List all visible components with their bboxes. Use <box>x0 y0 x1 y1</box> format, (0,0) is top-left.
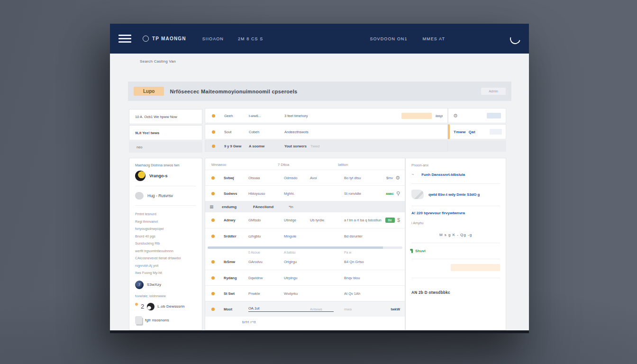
row-name: Rydang <box>224 276 248 280</box>
panel-link-row[interactable]: qwtd Ebv-t wdy Dmte S3dO g <box>411 184 500 206</box>
toolbar-link-2[interactable]: Qat <box>469 130 475 134</box>
leaf-icon <box>411 249 413 253</box>
profile-secondary-label: Hug - Rusvrsv <box>147 193 173 198</box>
col-header[interactable]: 7 Dttoa <box>278 163 338 167</box>
right-panel: Pnoon-anx ~ Funh Dansssnrt-tdbslula qwtd… <box>405 158 506 330</box>
member-label: fgfr nsosnons <box>145 318 169 322</box>
highlight-pill[interactable] <box>451 264 500 271</box>
status-dot-icon <box>211 260 215 264</box>
toolbar-button-2[interactable] <box>490 129 502 135</box>
row-cell-faint: mwa <box>344 307 383 311</box>
table-section-header[interactable]: ▦ endumg FAnecliond *tn <box>205 201 405 212</box>
queue-strip: Geeh t-ww6... 3 feet timehory tasp Sout … <box>205 108 448 153</box>
banner-tag[interactable]: Lupo <box>134 87 164 96</box>
sidebar-link[interactable]: Sunstucking Rtb <box>135 240 196 247</box>
table-row[interactable]: Srddter czhgbtu Mingule Bd dsrunter <box>205 228 405 244</box>
status-dot-icon <box>211 218 215 222</box>
queue-cell: Yout sorwers <box>284 144 310 148</box>
panel-link[interactable]: Funh Dansssnrt-tdbslula <box>421 173 465 177</box>
queue-cell: 3 feet timehory <box>284 114 310 118</box>
sidebar-link[interactable]: Bnord 40 pgs <box>135 233 196 240</box>
banner-action-button[interactable]: Admin <box>481 88 506 95</box>
row-badge: aaac <box>386 191 394 196</box>
logo-circle-icon <box>143 36 149 42</box>
sidebar-card-3[interactable]: neo <box>129 141 202 153</box>
queue-cell: t-ww6... <box>249 114 284 118</box>
profile-user2-row[interactable]: 7 S3wXzy <box>135 281 196 289</box>
row-value: $mv <box>386 176 393 180</box>
sidebar-link[interactable]: Regi thnnvanvt <box>135 218 196 226</box>
table-row[interactable]: IbSmw GArodvu Ortglrgu B4 Qn Grtso <box>205 254 405 270</box>
queue-row-selected[interactable]: 9 y 9 Gww A soomw Yout sorwers Twwd <box>205 140 448 152</box>
highlight-pill[interactable] <box>401 113 432 119</box>
sidebar-link[interactable]: fonyougsdnwycqwi <box>135 225 196 233</box>
gear-icon[interactable]: ⚙ <box>453 113 458 118</box>
sidebar-link[interactable]: CAlcosnevevst tienat drtawdoi <box>135 255 196 262</box>
sidebar-link[interactable]: rvgnrvbh Aj ynit <box>135 262 196 270</box>
nav-item-3[interactable]: SOVDOON ON1 <box>370 36 407 41</box>
col-header[interactable]: Iattton <box>338 163 405 167</box>
row-cell: Mghhi. <box>284 191 310 196</box>
hamburger-menu-icon[interactable] <box>118 35 131 43</box>
profile-user-row[interactable]: Vrango-s <box>135 171 196 186</box>
app-logo[interactable]: TP MAONGN <box>143 36 186 42</box>
subheader: 0 Asoue <box>248 251 284 254</box>
queue-cell: Cobeh <box>249 130 284 134</box>
dollar-icon[interactable]: $ <box>397 218 400 223</box>
row-cell: St ronvldte <box>344 191 383 196</box>
sidebar-link[interactable]: Pmtnt tesnurd <box>135 210 196 218</box>
profile-secondary-row[interactable]: Hug - Rusvrsv <box>135 186 196 206</box>
table-row[interactable]: Rydang Dqwldnw Utrplngu Bnqv blou <box>205 270 405 285</box>
table-row[interactable]: Svbwj Otsoaa Odmsdo Avoi Bo tyt dtsu $mv… <box>205 170 405 185</box>
status-dot-icon <box>211 308 215 311</box>
toolbar-link-1[interactable]: Tmww <box>454 130 466 134</box>
table-row[interactable]: Sodwvs Hbtoysuso Mghhi. St ronvldte aaac… <box>205 185 405 201</box>
sidebar-card-2[interactable]: 9Lit Yee! twws <box>129 125 202 140</box>
col-header[interactable]: Mnnaeoo <box>211 163 278 167</box>
row-cell: Ub tyrdw. <box>310 218 344 222</box>
sidebar-link[interactable]: werfit trgsomtntleoutnnnn <box>135 247 196 255</box>
user-avatar-icon[interactable] <box>508 32 522 46</box>
sidebar-card-1[interactable]: 10 A. Ocb1 We hpww Now <box>129 109 202 124</box>
nav-item-4[interactable]: MMES AT <box>423 36 446 41</box>
sidebar-link[interactable]: Itws Fuong My-hit <box>135 269 196 277</box>
table-row-highlighted[interactable]: Moot OA.1ut Antwws mwa twkW <box>205 301 405 317</box>
panel-status-row[interactable]: Shuvl <box>411 243 500 259</box>
avatar-small: 7 <box>135 281 144 289</box>
brand-name: TP MAONGN <box>152 36 186 41</box>
nav-item-2[interactable]: 2M 8 CS S <box>238 36 263 41</box>
pin-icon[interactable]: ⚲ <box>396 191 400 196</box>
status-dot-icon <box>212 114 215 118</box>
member-row[interactable]: 2 L.ob Dewsssrin <box>135 303 196 310</box>
row-cell: Wvdyrku <box>284 291 310 296</box>
queue-row[interactable]: Geeh t-ww6... 3 feet timehory tasp <box>205 108 448 123</box>
breadcrumb: Search Casting Van <box>140 59 176 64</box>
queue-cell: A soomw <box>249 144 284 148</box>
row-value: twkW <box>391 307 400 311</box>
panel-pager[interactable]: M s g K - Qg -g <box>411 226 500 243</box>
row-cell: Bd dsrunter <box>344 234 383 238</box>
row-badge: tlle <box>385 218 395 223</box>
gear-icon[interactable]: ⚙ <box>395 175 400 181</box>
row-cell: At Qv 1Ah <box>344 291 383 296</box>
table-row[interactable]: Adnwy GMtsdo Utindge Ub tyrdw. a f tm a … <box>205 212 405 228</box>
members-section-label: fuvwlale; ioldnnwww <box>135 294 196 298</box>
section-label: endumg <box>222 205 253 209</box>
table-row[interactable]: St Swt Pnwkte Wvdyrku At Qv 1Ah <box>205 285 405 301</box>
status-dot-icon <box>212 130 215 134</box>
row-name: Sodwvs <box>224 191 248 196</box>
panel-link-row[interactable]: ~ Funh Dansssnrt-tdbslula <box>411 172 500 184</box>
table-subheader-row: 0 Asoue A babsu Pa w <box>205 249 405 254</box>
section-col: FAnecliond <box>253 205 289 209</box>
nav-item-1[interactable]: SIIOAON <box>202 36 224 41</box>
panel-highlight-row <box>411 259 500 278</box>
section-col: *tn <box>289 205 405 209</box>
panel-link[interactable]: qwtd Ebv-t wdy Dmte S3dO g <box>428 192 480 197</box>
status-dot-icon <box>211 276 215 280</box>
queue-row[interactable]: Sout Cobeh Andeecthswots <box>205 124 448 139</box>
row-cell: Bnqv blou <box>344 276 383 280</box>
row-name: Srddter <box>224 234 248 238</box>
member-row[interactable]: fgfr nsosnons <box>135 316 196 324</box>
avatar <box>135 171 146 181</box>
toolbar-button[interactable] <box>487 113 501 118</box>
